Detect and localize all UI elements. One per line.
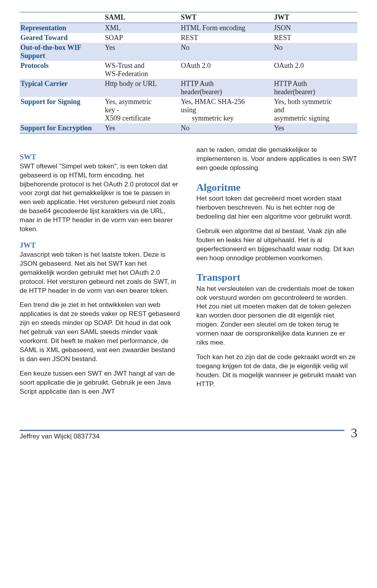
continuation-paragraph: aan te raden, omdat die gemakkelijker te… (196, 146, 357, 173)
keuze-paragraph: Een keuze tussen een SWT en JWT hangt af… (20, 369, 181, 396)
table-cell: Yes (104, 43, 180, 61)
table-cell: Http body or URL (104, 79, 180, 97)
table-cell: No (180, 43, 273, 61)
table-cell: No (180, 123, 273, 133)
trend-paragraph: Een trend die je ziet in het ontwikkelen… (20, 301, 181, 364)
footer-author: Jeffrey van Wijck| 0837734 (20, 433, 100, 440)
algoritme-paragraph-1: Het soort token dat gecreëerd moet worde… (196, 194, 357, 221)
comparison-table: SAML SWT JWT RepresentationXMLHTML Form … (20, 12, 357, 134)
table-cell: Yes, asymmetric key - X509 certificate (104, 97, 180, 123)
algoritme-paragraph-2: Gebruik een algoritme dat al bestaat. Va… (196, 227, 357, 263)
table-cell: Protocols (20, 61, 104, 79)
table-cell: Yes, HMAC SHA-256 usingsymmetric key (180, 97, 273, 123)
table-row: Out-of-the-box WIF SupportYesNoNo (20, 43, 357, 61)
table-cell: Support for Signing (20, 97, 104, 123)
th-blank (20, 12, 104, 23)
table-cell: HTML Form encoding (180, 23, 273, 33)
left-column: SWT SWT oftewel "Simpel web token", is e… (20, 146, 181, 402)
th-jwt: JWT (273, 12, 357, 23)
table-cell: HTTP Auth header(bearer) (273, 79, 357, 97)
table-cell: Representation (20, 23, 104, 33)
table-cell: OAuth 2.0 (273, 61, 357, 79)
algoritme-heading: Algoritme (196, 181, 357, 194)
table-row: Typical CarrierHttp body or URLHTTP Auth… (20, 79, 357, 97)
transport-heading: Transport (196, 270, 357, 284)
table-cell: REST (180, 33, 273, 43)
swt-heading: SWT (20, 152, 181, 162)
table-cell: Geared Toward (20, 33, 104, 43)
th-swt: SWT (180, 12, 273, 23)
table-cell: Support for Encryption (20, 123, 104, 133)
table-cell: Yes (273, 123, 357, 133)
comparison-table-body: RepresentationXMLHTML Form encodingJSONG… (20, 23, 357, 133)
transport-paragraph-1: Na het versleutelen van de credentials m… (196, 285, 357, 348)
table-row: Support for EncryptionYesNoYes (20, 123, 357, 133)
footer: Jeffrey van Wijck| 0837734 3 (20, 425, 357, 440)
swt-paragraph: SWT oftewel "Simpel web token", is een t… (20, 162, 181, 234)
table-cell: Typical Carrier (20, 79, 104, 97)
table-row: RepresentationXMLHTML Form encodingJSON (20, 23, 357, 33)
th-saml: SAML (104, 12, 180, 23)
jwt-heading: JWT (20, 240, 181, 250)
table-cell: Yes, both symmetric and asymmetric signi… (273, 97, 357, 123)
table-row: Geared TowardSOAPRESTREST (20, 33, 357, 43)
table-row: Support for SigningYes, asymmetric key -… (20, 97, 357, 123)
table-cell: XML (104, 23, 180, 33)
right-column: aan te raden, omdat die gemakkelijker te… (196, 146, 357, 402)
table-cell: Yes (104, 123, 180, 133)
table-cell: Out-of-the-box WIF Support (20, 43, 104, 61)
jwt-paragraph: Javascript web token is het laatste toke… (20, 250, 181, 296)
table-cell: OAuth 2.0 (180, 61, 273, 79)
table-cell: HTTP Auth header(bearer) (180, 79, 273, 97)
table-cell: REST (273, 33, 357, 43)
table-cell: WS-Trust and WS-Federation (104, 61, 180, 79)
table-cell: SOAP (104, 33, 180, 43)
table-cell: No (273, 43, 357, 61)
page-number: 3 (351, 425, 357, 440)
table-cell: JSON (273, 23, 357, 33)
transport-paragraph-2: Toch kan het zo zijn dat de code gekraak… (196, 353, 357, 389)
table-row: ProtocolsWS-Trust and WS-FederationOAuth… (20, 61, 357, 79)
